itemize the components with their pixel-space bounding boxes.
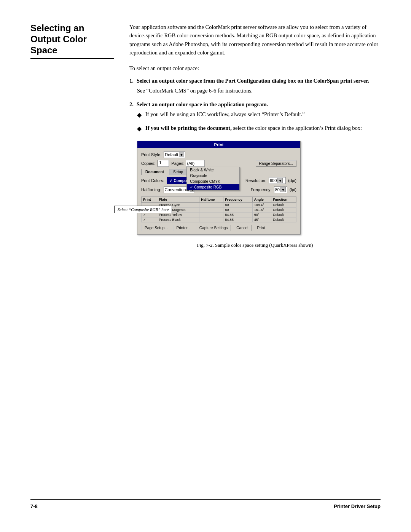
section-title: Selecting an Output Color Space — [30, 23, 114, 59]
printer-btn[interactable]: Printer... — [173, 225, 194, 231]
row2-angle: 161.6° — [252, 208, 271, 212]
th-function: Function — [271, 197, 296, 203]
tab-setup[interactable]: Setup — [169, 169, 187, 175]
step-2-text: Select an output color space in the appl… — [137, 101, 268, 108]
cancel-btn[interactable]: Cancel — [233, 225, 252, 231]
resolution-select[interactable]: 600 ▼ — [269, 177, 286, 184]
capture-settings-btn[interactable]: Capture Settings — [196, 225, 231, 231]
range-separators-btn[interactable]: Range Separators... — [256, 160, 297, 167]
dialog-titlebar: Print — [137, 141, 300, 148]
bullet-2: ◆ If you will be printing the document, … — [137, 124, 381, 134]
frequency-label: Frequency: — [251, 187, 272, 192]
frequency-right: Frequency: 80 ▼ (lpi) — [251, 186, 296, 193]
row4-print: ✓ — [142, 217, 157, 222]
row3-frequency: 84.85 — [223, 212, 252, 217]
print-dialog-wrapper: Select “Composite RGB” here Print Print … — [137, 141, 381, 235]
copies-label: Copies: — [141, 161, 155, 166]
halftoning-label: Halftoning: — [141, 187, 161, 192]
step-2: 2. Select an output color space in the a… — [129, 101, 381, 249]
bullet-2-text-end: select the color space in the applicatio… — [232, 125, 362, 131]
bullet-1-text: If you will be using an ICC workflow, al… — [145, 110, 305, 120]
resolution-unit: (dpi) — [288, 178, 296, 183]
page-setup-btn[interactable]: Page Setup... — [141, 225, 171, 231]
bullet-2-text-strong: If you will be printing the document, — [145, 125, 232, 131]
row4-frequency: 84.85 — [223, 217, 252, 222]
dialog-bottom-row: Page Setup... Printer... Capture Setting… — [141, 225, 296, 231]
fig-caption: Fig. 7-2. Sample color space setting (Qu… — [129, 242, 381, 248]
content-area: Selecting an Output Color Space Your app… — [30, 23, 381, 499]
print-style-label: Print Style: — [141, 152, 161, 157]
frequency-value: 80 — [275, 187, 280, 192]
intro-paragraph: Your application software and the ColorM… — [129, 23, 381, 57]
dropdown-item-rgb[interactable]: ✓ Composite RGB — [187, 184, 239, 190]
pages-label: Pages: — [171, 161, 184, 166]
dialog-body: Print Style: Default ▼ Copies: 1 — [137, 148, 300, 234]
row1-angle: 108.4° — [252, 203, 271, 208]
callout-box: Select “Composite RGB” here — [114, 206, 172, 213]
th-frequency: Frequency — [223, 197, 252, 203]
dropdown-item-grayscale[interactable]: Grayscale — [187, 173, 239, 179]
print-colors-checkmark: ✓ — [169, 179, 172, 183]
table-header-row: Print Plate Halftone Frequency Angle Fun… — [142, 197, 296, 203]
th-halftone: Halftone — [199, 197, 223, 203]
bullet-diamond-2: ◆ — [137, 124, 142, 134]
row2-halftone: - — [199, 208, 223, 212]
th-angle: Angle — [252, 197, 271, 203]
step-1: 1. Select an output color space from the… — [129, 78, 381, 95]
print-style-arrow: ▼ — [179, 152, 184, 157]
color-dropdown-overlay: Black & White Grayscale Composite CMYK ✓… — [186, 167, 240, 190]
resolution-right: Resolution: 600 ▼ (dpi) — [245, 177, 296, 184]
row1-function: Default — [271, 203, 296, 208]
row4-plate: Process Black — [157, 217, 199, 222]
step-1-num: 1. — [129, 78, 134, 84]
row1-halftone: - — [199, 203, 223, 208]
resolution-arrow: ▼ — [277, 178, 283, 183]
page-container: Selecting an Output Color Space Your app… — [0, 0, 411, 532]
copies-value: 1 — [159, 160, 161, 165]
bullet-diamond-1: ◆ — [137, 110, 142, 120]
row3-angle: 90° — [252, 212, 271, 217]
pages-value: (All) — [187, 161, 195, 166]
print-style-value: Default — [165, 152, 178, 157]
row1-frequency: 80 — [223, 203, 252, 208]
copies-input[interactable]: 1 — [158, 160, 169, 167]
row2-frequency: 80 — [223, 208, 252, 212]
copies-pages-row: Copies: 1 Pages: (All) — [141, 160, 296, 167]
step-1-text: Select an output color space from the Po… — [137, 78, 369, 84]
resolution-label: Resolution: — [245, 178, 266, 183]
row3-halftone: - — [199, 212, 223, 217]
right-column: Your application software and the ColorM… — [129, 23, 381, 499]
footer-left: 7-8 — [30, 503, 38, 509]
row4-angle: 45° — [252, 217, 271, 222]
halftoning-value: Conventional — [165, 187, 189, 192]
step-2-num: 2. — [129, 101, 134, 108]
print-style-select[interactable]: Default ▼ — [164, 151, 185, 158]
bullet-1: ◆ If you will be using an ICC workflow, … — [137, 110, 381, 120]
table-row: ✓ Process Black - 84.85 45° Default — [142, 217, 296, 222]
dropdown-item-cmyk[interactable]: Composite CMYK — [187, 179, 239, 184]
left-column: Selecting an Output Color Space — [30, 23, 114, 499]
row4-halftone: - — [199, 217, 223, 222]
frequency-select[interactable]: 80 ▼ — [274, 186, 287, 193]
th-print: Print — [142, 197, 157, 203]
callout-text: Select “Composite RGB” here — [118, 207, 169, 212]
print-btn[interactable]: Print — [254, 225, 269, 231]
step-2-label: 2. Select an output color space in the a… — [129, 101, 381, 108]
dropdown-container: Pages: (All) Black & White Grayscale Com… — [171, 160, 204, 167]
to-select-text: To select an output color space: — [129, 64, 381, 72]
print-style-row: Print Style: Default ▼ — [141, 151, 296, 158]
row2-function: Default — [271, 208, 296, 212]
row4-function: Default — [271, 217, 296, 222]
resolution-value: 600 — [270, 178, 277, 183]
page-footer: 7-8 Printer Driver Setup — [30, 499, 381, 509]
halftoning-left: Halftoning: Conventional ▼ — [141, 186, 194, 193]
pages-input[interactable]: (All) — [186, 160, 205, 167]
dropdown-item-bw[interactable]: Black & White — [187, 167, 239, 173]
print-dialog: Print Print Style: Default ▼ — [137, 141, 301, 235]
th-plate: Plate — [157, 197, 199, 203]
print-colors-label: Print Colors: — [141, 178, 164, 183]
tab-document[interactable]: Document — [141, 169, 168, 175]
step-1-sub: See “ColorMark CMS” on page 6-6 for inst… — [137, 86, 381, 95]
separator — [141, 195, 296, 195]
frequency-unit: (lpi) — [290, 187, 296, 192]
